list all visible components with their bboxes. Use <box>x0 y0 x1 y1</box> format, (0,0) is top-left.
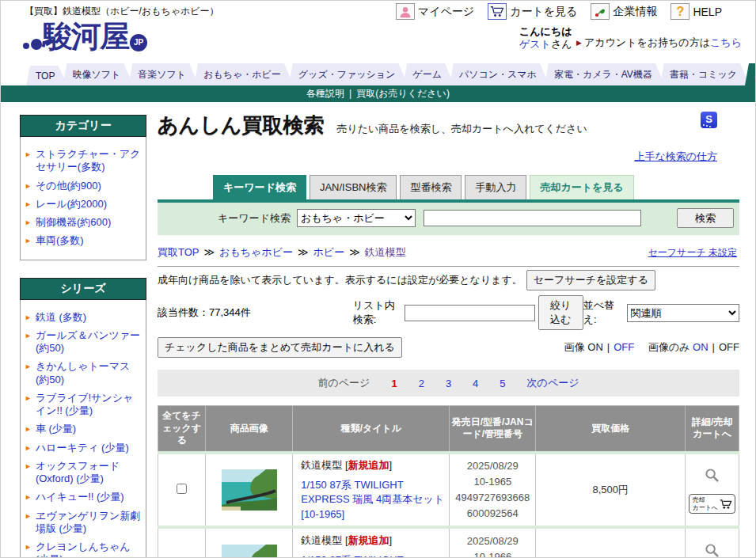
page: 【買取】鉄道模型（ホビー/おもちゃホビー） 駿河屋 JP マイページ カートを見… <box>0 0 756 558</box>
subnav-explanations-link[interactable]: 各種説明 <box>306 88 344 99</box>
bullet-icon: ► <box>25 360 32 386</box>
search-tips-link[interactable]: 上手な検索の仕方 <box>634 150 717 162</box>
management-number: 600092564 <box>453 506 532 522</box>
breadcrumb-hobby[interactable]: ホビー <box>313 246 345 258</box>
badge-bracket: ] <box>389 534 393 546</box>
images-off-link[interactable]: OFF <box>614 341 634 353</box>
help-link[interactable]: ? HELP <box>671 3 722 20</box>
sidebar-item-rails[interactable]: ►レール(約2000) <box>25 198 143 211</box>
magnifier-icon[interactable] <box>705 468 720 483</box>
buyback-price: 8,500円 <box>536 453 686 528</box>
sidebar-item-label: きかんしゃトーマス (約50) <box>36 360 143 386</box>
sidebar-item-railway[interactable]: ►鉄道 (多数) <box>25 311 143 324</box>
tab-view-sell-cart[interactable]: 売却カートを見る <box>530 175 633 199</box>
sidebar-item-structure-accessory[interactable]: ►ストラクチャー・アクセサリー(多数) <box>25 148 143 174</box>
category-select[interactable]: おもちゃ・ホビー <box>297 209 416 227</box>
next-page-link[interactable]: 次のページ <box>527 376 579 390</box>
account-prefix-text: アカウントをお持ちの方は <box>584 36 710 48</box>
sidebar-item-control-equipment[interactable]: ►制御機器(約600) <box>25 216 143 229</box>
page-5-link[interactable]: 5 <box>500 378 505 389</box>
product-thumbnail[interactable] <box>209 545 289 558</box>
greeting-suffix: さん <box>551 38 572 50</box>
toggle-separator: | <box>607 341 610 353</box>
sidebar-item-label: レール(約2000) <box>36 198 107 211</box>
user-icon <box>396 3 415 20</box>
row-checkbox[interactable] <box>177 484 187 494</box>
product-thumbnail[interactable] <box>209 469 289 511</box>
results-table: 全てをチェックする 商品画像 種類/タイトル 発売日/型番/JANコード/管理番… <box>158 405 739 558</box>
tab-jan-isbn-search[interactable]: JAN/ISBN検索 <box>310 175 397 199</box>
sidebar-section-series: シリーズ ►鉄道 (多数) ►ガールズ＆パンツァー (約50) ►きかんしゃトー… <box>20 278 146 558</box>
greeting: こんにちは ゲストさん <box>519 25 572 51</box>
product-category: 鉄道模型 <box>301 534 342 546</box>
table-header-row: 全てをチェックする 商品画像 種類/タイトル 発売日/型番/JANコード/管理番… <box>158 406 739 453</box>
sidebar-item-haikyu[interactable]: ►ハイキュー!! (少量) <box>25 491 143 503</box>
add-to-sell-cart-button[interactable]: 売却カートへ <box>689 494 735 513</box>
greeting-hello: こんにちは <box>519 25 572 38</box>
sidebar-item-hello-kitty[interactable]: ►ハローキティ (少量) <box>25 442 143 454</box>
bullet-icon: ► <box>25 460 32 486</box>
tab-video-software[interactable]: 映像ソフト <box>63 63 133 85</box>
tab-toys-hobby[interactable]: おもちゃ・ホビー <box>194 63 294 85</box>
product-title-link[interactable]: 1/150 87系 TWILIGHT EXPRESS 瑞風 6両増結セット [1… <box>301 553 446 558</box>
tab-games[interactable]: ゲーム <box>403 63 454 85</box>
account-here-link[interactable]: こちら <box>710 36 742 48</box>
breadcrumb-current-railway-models: 鉄道模型 <box>365 246 406 258</box>
narrow-down-button[interactable]: 絞り込む <box>538 295 583 330</box>
breadcrumb-separator: ≫ <box>204 246 215 258</box>
tab-top[interactable]: TOP <box>26 66 67 85</box>
sidebar-item-girls-panzer[interactable]: ►ガールズ＆パンツァー (約50) <box>25 329 143 355</box>
breadcrumb-buyback-top[interactable]: 買取TOP <box>158 246 199 258</box>
page-3-link[interactable]: 3 <box>446 378 451 389</box>
table-row: 鉄道模型 [新規追加] 1/150 87系 TWILIGHT EXPRESS 瑞… <box>158 527 739 558</box>
tab-model-number-search[interactable]: 型番検索 <box>400 175 462 199</box>
sidebar-item-vehicles[interactable]: ►車両(多数) <box>25 234 143 247</box>
company-info-link[interactable]: 企業情報 <box>591 3 657 20</box>
col-product-image: 商品画像 <box>206 406 293 453</box>
tab-goods-fashion[interactable]: グッズ・ファッション <box>289 63 408 85</box>
sidebar-item-cars[interactable]: ►車 (少量) <box>25 423 143 435</box>
search-button[interactable]: 検索 <box>677 208 734 228</box>
view-cart-link[interactable]: カートを見る <box>488 3 577 20</box>
toggle-separator: | <box>712 341 715 353</box>
sort-select[interactable]: 関連順 <box>627 304 739 322</box>
bulk-add-to-cart-button[interactable]: チェックした商品をまとめて売却カートに入れる <box>158 337 402 358</box>
sidebar-item-label: ハイキュー!! (少量) <box>36 491 124 503</box>
guest-name-link[interactable]: ゲスト <box>519 38 551 50</box>
mypage-link[interactable]: マイページ <box>396 3 474 20</box>
sidebar-item-oxford[interactable]: ►オックスフォード(Oxford) (少量) <box>25 460 143 486</box>
tab-pc-smartphone[interactable]: パソコン・スマホ <box>450 63 549 85</box>
page-2-link[interactable]: 2 <box>419 378 424 389</box>
images-only-label: 画像のみ <box>648 341 690 353</box>
page-4-link[interactable]: 4 <box>473 378 478 389</box>
sidebar-item-crayon-shinchan[interactable]: ►クレヨンしんちゃん (少量) <box>25 541 143 558</box>
sidebar-item-lovelive-sunshine[interactable]: ►ラブライブ!サンシャイン!! (少量) <box>25 392 143 418</box>
tab-music-software[interactable]: 音楽ソフト <box>128 63 199 85</box>
tab-sell-to-us[interactable]: お売りください <box>745 63 756 85</box>
tab-manual-entry[interactable]: 手動入力 <box>465 175 526 199</box>
keyword-search-form: キーワード検索 おもちゃ・ホビー 検索 <box>158 203 739 235</box>
sidebar-section-title: シリーズ <box>20 278 146 300</box>
tab-keyword-search[interactable]: キーワード検索 <box>213 175 306 199</box>
bullet-icon: ► <box>25 541 32 558</box>
images-label: 画像 <box>564 341 585 353</box>
product-title-link[interactable]: 1/150 87系 TWILIGHT EXPRESS 瑞風 4両基本セット [1… <box>301 478 446 522</box>
bullet-icon: ► <box>25 423 32 435</box>
magnifier-icon[interactable] <box>705 543 720 558</box>
images-only-on-link[interactable]: ON <box>693 341 709 353</box>
site-logo[interactable]: 駿河屋 JP <box>23 17 147 57</box>
tab-appliances-camera-av[interactable]: 家電・カメラ・AV機器 <box>545 63 665 85</box>
tab-books-comics[interactable]: 書籍・コミック <box>660 63 750 85</box>
subnav-buyback-link[interactable]: 買取(お売りください) <box>356 88 450 99</box>
col-check-all: 全てをチェックする <box>158 406 206 453</box>
sidebar-item-thomas[interactable]: ►きかんしゃトーマス (約50) <box>25 360 143 386</box>
keyword-input[interactable] <box>424 210 641 226</box>
safesearch-settings-button[interactable]: セーフサーチを設定する <box>526 270 655 290</box>
sidebar-item-evangelion[interactable]: ►ヱヴァンゲリヲン新劇場版 (少量) <box>25 510 143 536</box>
safesearch-status-link[interactable]: セーフサーチ 未設定 <box>648 246 737 260</box>
breadcrumb-toys-hobby[interactable]: おもちゃホビー <box>219 246 293 258</box>
list-search-input[interactable] <box>405 305 535 321</box>
badge-bracket: ] <box>389 459 393 471</box>
sidebar-item-others[interactable]: ►その他(約900) <box>25 180 143 192</box>
bullet-icon: ► <box>25 198 32 211</box>
